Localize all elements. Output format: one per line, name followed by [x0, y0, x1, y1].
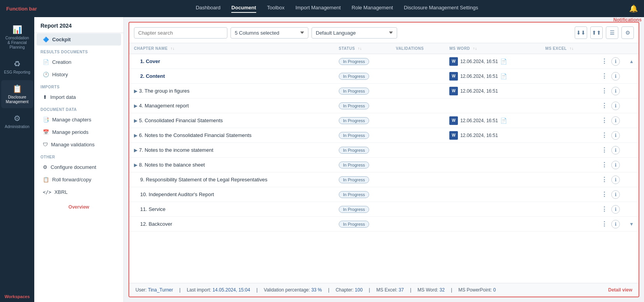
menu-cockpit[interactable]: 🔷 Cockpit: [37, 33, 121, 46]
chapter-name-text: 5. Consolidated Financial Statements: [139, 118, 223, 123]
notification-bell-icon[interactable]: 🔔: [629, 4, 638, 13]
nav-disclosure-settings[interactable]: Disclosure Management Settings: [404, 5, 478, 13]
menu-configure-document[interactable]: ⚙ Configure document: [37, 161, 121, 173]
expand-icon[interactable]: ▶: [134, 118, 137, 123]
nav-import-management[interactable]: Import Management: [296, 5, 341, 13]
row-info-button[interactable]: ℹ: [611, 161, 620, 169]
sidebar-dark: 📊 Consolidation & Financial Planning ♻ E…: [0, 17, 34, 302]
section-other: Other: [34, 151, 123, 161]
row-info-button[interactable]: ℹ: [611, 102, 620, 110]
row-info-button[interactable]: ℹ: [611, 190, 620, 199]
sidebar-item-disclosure[interactable]: 📋 Disclosure Management: [1, 80, 33, 108]
menu-manage-validations[interactable]: 🛡 Manage validations: [37, 139, 121, 151]
columns-dropdown[interactable]: 5 Columns selected: [231, 27, 308, 39]
row-menu-button[interactable]: ⋮: [600, 86, 609, 95]
chart-icon: 📊: [12, 25, 22, 34]
menu-xbrl[interactable]: </> XBRL: [37, 186, 121, 198]
sort-word-icon[interactable]: ↑↓: [473, 46, 477, 51]
sort-status-icon[interactable]: ↑↓: [358, 46, 362, 51]
menu-history[interactable]: 🕐 History: [37, 68, 121, 81]
configure-icon: ⚙: [43, 164, 48, 170]
footer-sep-3: |: [328, 287, 329, 293]
collapse-all-button[interactable]: ⬇⬇: [575, 26, 587, 39]
sort-chapter-name-icon[interactable]: ↑↓: [171, 46, 175, 51]
manage-validations-label: Manage validations: [51, 142, 95, 147]
chapter-name-cell: ▶6. Notes to the Consolidated Financial …: [129, 128, 334, 143]
table-row: 11. ServiceIn Progress ⋮ ℹ: [129, 202, 639, 217]
scroll-cell: ▲: [625, 54, 639, 69]
expand-all-button[interactable]: ⬆⬆: [590, 26, 603, 39]
manage-periods-label: Manage periods: [52, 129, 88, 135]
file-icon[interactable]: 📄: [500, 73, 507, 79]
row-info-button[interactable]: ℹ: [611, 116, 620, 125]
row-info-button[interactable]: ℹ: [611, 146, 620, 155]
chapter-name-text: 10. Independent Auditor's Report: [140, 191, 214, 197]
word-icon: W: [449, 131, 458, 140]
row-info-button[interactable]: ℹ: [611, 176, 620, 184]
table-header-row: Chapter Name ↑↓ Status ↑↓ Validations: [129, 43, 639, 54]
row-info-button[interactable]: ℹ: [611, 131, 620, 140]
row-info-button[interactable]: ℹ: [611, 220, 620, 228]
status-badge: In Progress: [339, 73, 369, 80]
status-cell: In Progress: [334, 202, 391, 217]
row-menu-button[interactable]: ⋮: [600, 146, 609, 155]
actions-cell: ⋮ ℹ: [595, 202, 625, 217]
row-menu-button[interactable]: ⋮: [600, 190, 609, 199]
scroll-down-icon[interactable]: ▼: [629, 221, 634, 227]
row-info-button[interactable]: ℹ: [611, 57, 620, 66]
chapter-search-input[interactable]: [134, 27, 227, 39]
menu-import-data[interactable]: ⬆ Import data: [37, 91, 121, 103]
chapter-name-cell: 11. Service: [129, 202, 334, 217]
nav-document[interactable]: Document: [231, 5, 256, 13]
row-menu-button[interactable]: ⋮: [600, 205, 609, 214]
word-date: 12.06.2024, 16:51: [460, 118, 498, 123]
doc-footer: User: Tina_Turner | Last import: 14.05.2…: [129, 283, 639, 297]
column-settings-button[interactable]: ⚙: [621, 26, 634, 39]
list-view-button[interactable]: ☰: [606, 26, 618, 39]
row-info-button[interactable]: ℹ: [611, 205, 620, 214]
chapter-name-cell: 10. Independent Auditor's Report: [129, 187, 334, 202]
menu-roll-forward[interactable]: 📋 Roll forward/copy: [37, 174, 121, 186]
chapters-icon: 📑: [43, 117, 49, 123]
row-menu-button[interactable]: ⋮: [600, 101, 609, 110]
expand-icon[interactable]: ▶: [134, 147, 137, 153]
row-menu-button[interactable]: ⋮: [600, 175, 609, 184]
word-icon: W: [449, 72, 458, 81]
validations-cell: [391, 143, 445, 158]
nav-toolbox[interactable]: Toolbox: [267, 5, 285, 13]
menu-manage-chapters[interactable]: 📑 Manage chapters: [37, 114, 121, 126]
scroll-up-icon[interactable]: ▲: [629, 59, 634, 64]
row-menu-button[interactable]: ⋮: [600, 219, 609, 228]
row-menu-button[interactable]: ⋮: [600, 72, 609, 81]
file-icon[interactable]: 📄: [500, 118, 507, 124]
row-info-button[interactable]: ℹ: [611, 72, 620, 81]
expand-icon[interactable]: ▶: [134, 162, 137, 168]
report-title: Report 2024: [34, 17, 123, 33]
workspaces-label: Workspaces: [5, 294, 30, 299]
menu-creation[interactable]: 📄 Creation: [37, 56, 121, 68]
sidebar-item-admin[interactable]: ⚙ Administration: [1, 110, 33, 133]
validation-label: Validation percentage:: [264, 287, 310, 293]
word-label: MS Word:: [417, 287, 438, 293]
menu-manage-periods[interactable]: 📅 Manage periods: [37, 126, 121, 138]
chapter-name-cell: ▶8. Notes to the balance sheet: [129, 158, 334, 172]
sort-excel-icon[interactable]: ↑↓: [570, 46, 574, 51]
ms-word-cell: [445, 158, 540, 172]
creation-label: Creation: [52, 59, 71, 65]
row-info-button[interactable]: ℹ: [611, 87, 620, 95]
sidebar-item-consolidation[interactable]: 📊 Consolidation & Financial Planning: [1, 21, 33, 54]
nav-dashboard[interactable]: Dashboard: [196, 5, 221, 13]
row-menu-button[interactable]: ⋮: [600, 57, 609, 66]
sidebar-item-esg[interactable]: ♻ ESG Reporting: [1, 55, 33, 79]
language-dropdown[interactable]: Default Language: [311, 27, 397, 39]
expand-icon[interactable]: ▶: [134, 103, 137, 109]
nav-role-management[interactable]: Role Management: [352, 5, 393, 13]
chapter-name-text: 3. The group in figures: [139, 88, 190, 94]
row-menu-button[interactable]: ⋮: [600, 116, 609, 125]
expand-icon[interactable]: ▶: [134, 88, 137, 94]
status-badge: In Progress: [339, 191, 369, 198]
expand-icon[interactable]: ▶: [134, 133, 137, 138]
row-menu-button[interactable]: ⋮: [600, 160, 609, 169]
row-menu-button[interactable]: ⋮: [600, 131, 609, 140]
file-icon[interactable]: 📄: [500, 58, 507, 65]
